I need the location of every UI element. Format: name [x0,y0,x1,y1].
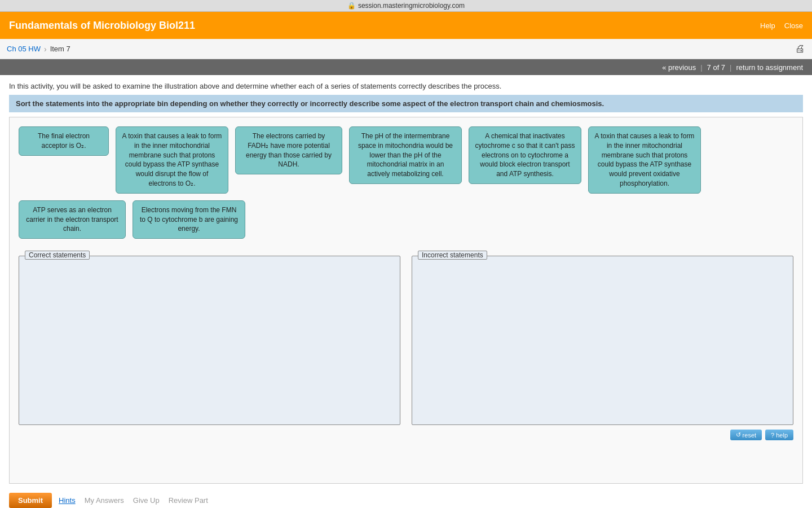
main-content: In this activity, you will be asked to e… [0,75,812,508]
hints-button[interactable]: Hints [56,496,78,505]
correct-bin-label: Correct statements [25,251,90,260]
instruction-bar: Sort the statements into the appropriate… [9,95,803,112]
url-text: session.masteringmicrobiology.com [358,2,465,10]
breadcrumb-current: Item 7 [50,45,70,53]
give-up-button[interactable]: Give Up [131,496,162,505]
my-answers-button[interactable]: My Answers [82,496,126,505]
help-link[interactable]: Help [760,21,775,30]
drag-item-8[interactable]: Electrons moving from the FMN to Q to cy… [133,200,245,239]
drag-item-3[interactable]: The electrons carried by FADH₂ have more… [235,126,342,174]
drag-item-7[interactable]: ATP serves as an electron carrier in the… [19,200,126,239]
review-part-button[interactable]: Review Part [166,496,210,505]
print-icon[interactable]: 🖨 [795,43,805,55]
reset-icon: ↺ [736,431,741,439]
submit-button[interactable]: Submit [9,493,52,508]
drag-item-1[interactable]: The final electron acceptor is O₂. [19,126,109,156]
drag-item-5[interactable]: A chemical that inactivates cytochrome c… [469,126,581,184]
drop-bins: Correct statements Incorrect statements [19,256,793,425]
nav-separator-2: | [730,63,731,72]
drag-items-area: The final electron acceptor is O₂. A tox… [19,126,793,239]
bottom-actions: Submit Hints My Answers Give Up Review P… [9,488,803,508]
drag-item-6[interactable]: A toxin that causes a leak to form in th… [588,126,701,194]
correct-bin[interactable]: Correct statements [19,256,400,425]
reset-button[interactable]: ↺ reset [730,430,762,440]
app-title: Fundamentals of Microbiology Biol211 [9,20,195,32]
drag-item-2[interactable]: A toxin that causes a leak to form in th… [116,126,228,194]
intro-text: In this activity, you will be asked to e… [9,82,803,90]
header-links: Help Close [760,21,803,30]
incorrect-bin-label: Incorrect statements [418,251,487,260]
activity-container: The final electron acceptor is O₂. A tox… [9,117,803,484]
utility-buttons: ↺ reset ? help [19,430,793,440]
return-link[interactable]: return to assignment [736,63,803,72]
browser-bar: 🔒 session.masteringmicrobiology.com [0,0,812,12]
incorrect-bin[interactable]: Incorrect statements [412,256,793,425]
item-counter: 7 of 7 [707,63,726,72]
previous-link[interactable]: « previous [662,63,696,72]
breadcrumb: Ch 05 HW › Item 7 [7,45,70,54]
nav-separator-1: | [700,63,702,72]
instruction-text: Sort the statements into the appropriate… [16,99,604,108]
breadcrumb-link[interactable]: Ch 05 HW [7,45,41,53]
app-header: Fundamentals of Microbiology Biol211 Hel… [0,12,812,39]
lock-icon: 🔒 [347,2,356,10]
breadcrumb-bar: Ch 05 HW › Item 7 🖨 [0,39,812,59]
breadcrumb-separator: › [44,45,47,54]
help-icon: ? [771,432,774,439]
help-button[interactable]: ? help [765,430,793,440]
nav-bar: « previous | 7 of 7 | return to assignme… [0,59,812,75]
close-link[interactable]: Close [784,21,803,30]
drag-item-4[interactable]: The pH of the intermembrane space in mit… [349,126,462,184]
